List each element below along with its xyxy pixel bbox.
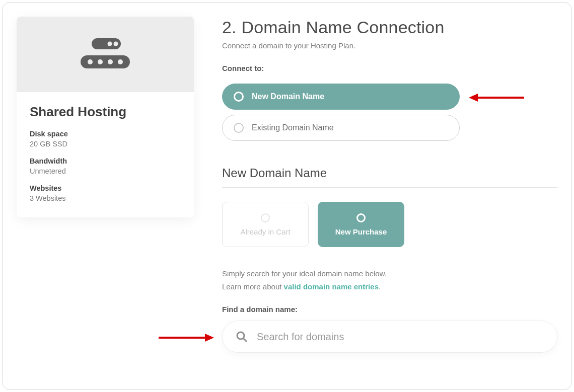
domain-search-wrap	[222, 321, 557, 353]
svg-line-11	[243, 338, 246, 341]
svg-point-5	[98, 59, 103, 64]
svg-marker-13	[205, 334, 214, 342]
option-existing-domain[interactable]: Existing Domain Name	[222, 115, 460, 141]
find-domain-label: Find a domain name:	[222, 305, 557, 313]
option-new-domain[interactable]: New Domain Name	[222, 84, 460, 110]
tab-already-in-cart[interactable]: Already in Cart	[222, 202, 309, 247]
bandwidth-label: Bandwidth	[30, 157, 181, 165]
radio-icon	[261, 213, 270, 222]
connect-option-group: New Domain Name Existing Domain Name	[222, 84, 460, 141]
disk-space-label: Disk space	[30, 130, 181, 138]
tab-new-purchase[interactable]: New Purchase	[318, 202, 404, 247]
server-icon-container	[17, 17, 194, 92]
domain-search-box[interactable]	[222, 321, 557, 353]
disk-space-value: 20 GB SSD	[30, 140, 181, 148]
radio-icon	[234, 92, 244, 102]
app-frame: Shared Hosting Disk space 20 GB SSD Band…	[2, 2, 572, 390]
page-subtitle: Connect a domain to your Hosting Plan.	[222, 41, 557, 50]
purchase-tabs: Already in Cart New Purchase	[222, 202, 557, 247]
radio-icon	[234, 123, 244, 133]
annotation-arrow-icon	[159, 333, 214, 343]
plan-title: Shared Hosting	[30, 104, 181, 120]
svg-point-4	[88, 59, 93, 64]
helper-text: Simply search for your ideal domain name…	[222, 267, 557, 293]
valid-entries-link[interactable]: valid domain name entries	[284, 282, 379, 291]
helper-line-1: Simply search for your ideal domain name…	[222, 269, 387, 278]
plan-card-body: Shared Hosting Disk space 20 GB SSD Band…	[17, 92, 194, 217]
tab-already-in-cart-label: Already in Cart	[240, 227, 290, 236]
svg-point-2	[114, 42, 118, 46]
helper-line-2-prefix: Learn more about	[222, 282, 284, 291]
annotation-arrow-icon	[469, 93, 524, 103]
radio-icon	[356, 213, 366, 222]
connect-to-label: Connect to:	[222, 64, 557, 72]
websites-value: 3 Websites	[30, 194, 181, 202]
svg-point-1	[108, 42, 112, 46]
domain-search-input[interactable]	[257, 331, 544, 343]
option-existing-domain-label: Existing Domain Name	[252, 123, 334, 132]
svg-point-7	[118, 59, 123, 64]
svg-marker-9	[469, 94, 478, 102]
server-icon	[81, 38, 130, 70]
search-icon	[236, 331, 248, 343]
bandwidth-value: Unmetered	[30, 167, 181, 175]
svg-point-6	[108, 59, 113, 64]
main-content: 2. Domain Name Connection Connect a doma…	[222, 17, 557, 389]
tab-new-purchase-label: New Purchase	[335, 227, 387, 236]
websites-label: Websites	[30, 184, 181, 192]
section-title: New Domain Name	[222, 166, 557, 188]
helper-period: .	[379, 282, 381, 291]
page-title: 2. Domain Name Connection	[222, 18, 557, 37]
option-new-domain-label: New Domain Name	[252, 92, 324, 101]
plan-card: Shared Hosting Disk space 20 GB SSD Band…	[17, 17, 194, 217]
